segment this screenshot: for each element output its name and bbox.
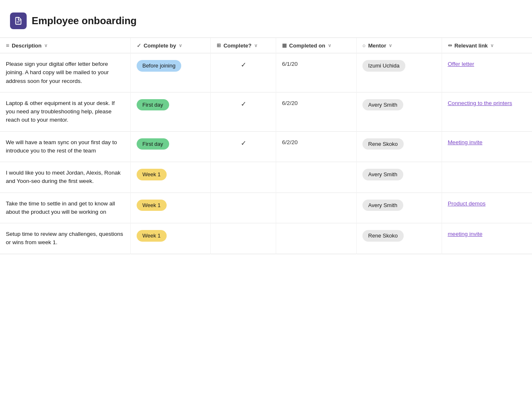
completed-on-col-chevron: ∨ (328, 43, 331, 48)
table-row: We will have a team sync on your first d… (0, 131, 532, 162)
row-4-mentor-badge: Avery Smith (362, 200, 403, 211)
row-4-relevant-link: Product demos (442, 192, 532, 223)
row-0-completed-date: 6/1/20 (282, 61, 298, 67)
row-1-link[interactable]: Connecting to the printers (448, 100, 512, 106)
row-0-complete-by-badge: Before joining (137, 60, 182, 72)
row-5-completed-on (276, 223, 357, 254)
row-2-mentor-badge: Rene Skoko (362, 138, 404, 150)
row-2-link[interactable]: Meeting invite (448, 139, 482, 145)
row-1-checkmark: ✓ (241, 100, 246, 108)
row-1-complete-by: First day (130, 92, 211, 131)
table-wrapper: ≡ Description ∨ ✓ Complete by ∨ (0, 38, 532, 254)
complete-by-col-icon: ✓ (137, 42, 141, 49)
row-4-link[interactable]: Product demos (448, 200, 486, 207)
row-0-link[interactable]: Offer letter (448, 61, 475, 67)
row-4-mentor: Avery Smith (356, 192, 442, 223)
col-header-relevant-link[interactable]: ⇔ Relevant link ∨ (442, 38, 532, 53)
table-row: Laptop & other equipment is at your desk… (0, 92, 532, 131)
row-0-checkmark: ✓ (241, 61, 246, 68)
row-1-completed-on: 6/2/20 (276, 92, 357, 131)
row-1-complete: ✓ (211, 92, 276, 131)
col-header-complete[interactable]: ⊞ Complete? ∨ (211, 38, 276, 53)
row-2-description: We will have a team sync on your first d… (0, 131, 130, 162)
table-header: ≡ Description ∨ ✓ Complete by ∨ (0, 38, 532, 53)
complete-by-col-chevron: ∨ (179, 43, 182, 48)
table-row: Setup time to review any challenges, que… (0, 223, 532, 254)
completed-on-col-icon: ▦ (282, 42, 287, 48)
row-5-complete (211, 223, 276, 254)
app-container: Employee onboarding ≡ Description ∨ (0, 0, 532, 405)
row-2-relevant-link: Meeting invite (442, 131, 532, 162)
row-5-description: Setup time to review any challenges, que… (0, 223, 130, 254)
main-table: ≡ Description ∨ ✓ Complete by ∨ (0, 38, 532, 254)
description-col-icon: ≡ (6, 42, 9, 49)
col-label-description: Description (12, 42, 42, 49)
row-4-complete (211, 192, 276, 223)
row-3-complete-by-badge: Week 1 (137, 169, 167, 180)
col-label-complete-by: Complete by (144, 42, 176, 49)
description-col-chevron: ∨ (44, 43, 47, 48)
row-0-complete-by: Before joining (130, 53, 211, 92)
col-header-complete-by[interactable]: ✓ Complete by ∨ (130, 38, 211, 53)
col-label-completed-on: Completed on (289, 42, 325, 49)
row-2-mentor: Rene Skoko (356, 131, 442, 162)
svg-rect-1 (17, 22, 19, 22)
row-1-mentor-badge: Avery Smith (362, 99, 403, 111)
row-1-relevant-link: Connecting to the printers (442, 92, 532, 131)
row-2-complete: ✓ (211, 131, 276, 162)
document-icon (14, 16, 23, 25)
svg-rect-0 (17, 21, 20, 22)
row-0-complete: ✓ (211, 53, 276, 92)
table-row: Take the time to settle in and get to kn… (0, 192, 532, 223)
row-2-complete-by: First day (130, 131, 211, 162)
row-2-checkmark: ✓ (241, 140, 246, 147)
col-header-mentor[interactable]: ○ Mentor ∨ (356, 38, 442, 53)
header: Employee onboarding (0, 8, 532, 38)
col-label-relevant-link: Relevant link (455, 42, 488, 49)
col-label-mentor: Mentor (368, 42, 386, 49)
row-2-complete-by-badge: First day (137, 138, 169, 150)
row-1-mentor: Avery Smith (356, 92, 442, 131)
row-2-completed-on: 6/2/20 (276, 131, 357, 162)
table-row: I would like you to meet Jordan, Alexis,… (0, 162, 532, 193)
row-4-complete-by-badge: Week 1 (137, 200, 167, 211)
relevant-link-col-icon: ⇔ (448, 42, 452, 48)
row-3-relevant-link (442, 162, 532, 193)
row-5-complete-by: Week 1 (130, 223, 211, 254)
row-3-mentor: Avery Smith (356, 162, 442, 193)
row-3-complete-by: Week 1 (130, 162, 211, 193)
row-5-mentor-badge: Rene Skoko (362, 230, 404, 242)
row-0-mentor: Izumi Uchida (356, 53, 442, 92)
row-3-completed-on (276, 162, 357, 193)
row-5-complete-by-badge: Week 1 (137, 230, 167, 242)
complete-col-icon: ⊞ (217, 42, 221, 48)
table-body: Please sign your digital offer letter be… (0, 53, 532, 254)
row-3-complete (211, 162, 276, 193)
col-label-complete: Complete? (223, 42, 251, 49)
row-5-link[interactable]: meeting invite (448, 231, 482, 237)
mentor-col-icon: ○ (362, 42, 366, 49)
row-5-relevant-link: meeting invite (442, 223, 532, 254)
row-3-mentor-badge: Avery Smith (362, 169, 403, 180)
row-4-description: Take the time to settle in and get to kn… (0, 192, 130, 223)
row-1-complete-by-badge: First day (137, 99, 169, 111)
row-4-completed-on (276, 192, 357, 223)
relevant-link-col-chevron: ∨ (490, 43, 494, 48)
row-0-mentor-badge: Izumi Uchida (362, 60, 405, 72)
app-icon (10, 12, 27, 29)
row-3-description: I would like you to meet Jordan, Alexis,… (0, 162, 130, 193)
row-1-completed-date: 6/2/20 (282, 100, 298, 106)
row-1-description: Laptop & other equipment is at your desk… (0, 92, 130, 131)
complete-col-chevron: ∨ (254, 43, 257, 48)
row-0-relevant-link: Offer letter (442, 53, 532, 92)
row-0-description: Please sign your digital offer letter be… (0, 53, 130, 92)
page-title: Employee onboarding (32, 15, 137, 27)
mentor-col-chevron: ∨ (389, 43, 392, 48)
col-header-description[interactable]: ≡ Description ∨ (0, 38, 130, 53)
row-5-mentor: Rene Skoko (356, 223, 442, 254)
col-header-completed-on[interactable]: ▦ Completed on ∨ (276, 38, 357, 53)
row-4-complete-by: Week 1 (130, 192, 211, 223)
row-0-completed-on: 6/1/20 (276, 53, 357, 92)
row-2-completed-date: 6/2/20 (282, 139, 298, 145)
table-row: Please sign your digital offer letter be… (0, 53, 532, 92)
